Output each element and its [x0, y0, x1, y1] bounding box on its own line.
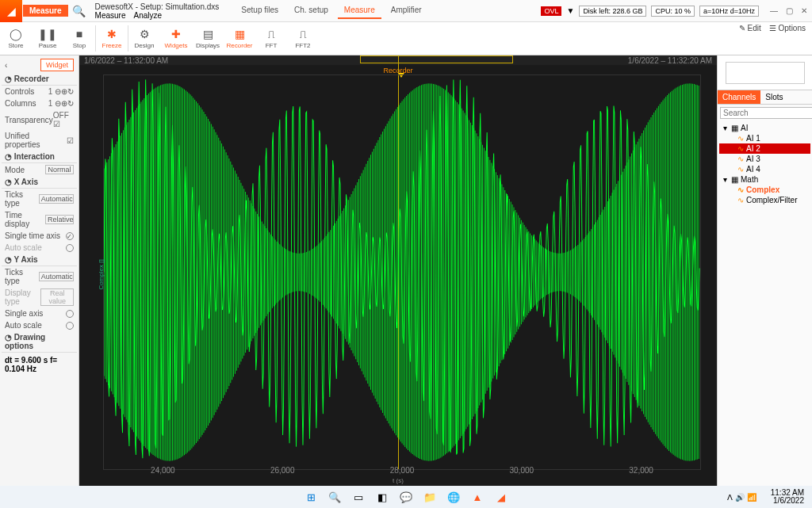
columns-row[interactable]: Columns1 ⊖⊕↻ — [2, 97, 77, 109]
fft2-button[interactable]: ⎍FFT2 — [287, 22, 319, 55]
taskbar[interactable]: ⊞ 🔍 ▭ ◧ 💬 📁 🌐 ▲ ◢ ᐱ 🔊 📶 11:32 AM1/6/2022 — [0, 486, 812, 508]
overview-selection[interactable] — [360, 55, 513, 63]
stop-icon: ■ — [76, 28, 82, 40]
disk-status: Disk left: 228.6 GB — [579, 6, 646, 17]
clock[interactable]: 11:32 AM1/6/2022 — [771, 489, 804, 505]
autoscale-y-row[interactable]: Auto scale — [2, 319, 77, 331]
plot-panel[interactable]: 1/6/2022 – 11:32:00 AM 1/6/2022 – 11:32:… — [79, 55, 717, 486]
fft-button[interactable]: ⎍FFT — [255, 22, 287, 55]
store-icon: ◯ — [10, 28, 22, 40]
dt-info: dt = 9.600 s f= 0.104 Hz — [2, 353, 77, 376]
widgets-icon: ✚ — [171, 28, 181, 40]
explorer-icon[interactable]: 📁 — [422, 489, 438, 505]
single-time-row[interactable]: Single time axis — [2, 230, 77, 242]
app2-icon[interactable]: ◢ — [493, 489, 509, 505]
waveform — [104, 75, 700, 469]
autoscale-x-row[interactable]: Auto scale — [2, 242, 77, 254]
right-panel: ChannelsSlots 🔍▾ ▾▦ AI∿ AI 1∿ AI 2∿ AI 3… — [717, 55, 812, 486]
recorder-button[interactable]: ▦Recorder — [224, 22, 255, 55]
xticks-row[interactable]: Ticks typeAutomatic — [2, 189, 77, 209]
chat-icon[interactable]: 💬 — [398, 489, 414, 505]
top-tab-amplifier[interactable]: Amplifier — [385, 2, 428, 19]
preview-box — [726, 62, 805, 84]
mode-measure-badge[interactable]: Measure — [23, 5, 68, 17]
mode-row[interactable]: ModeNormal — [2, 163, 77, 176]
plot-area[interactable] — [103, 74, 701, 470]
x-ticks: 24,00026,00028,00030,00032,000 — [103, 466, 701, 475]
minimize-button[interactable]: — — [770, 6, 778, 15]
xaxis-header: ◔ X Axis — [2, 176, 77, 189]
recorder-header: ◔ Recorder — [2, 73, 77, 86]
options-button[interactable]: ☰ Options — [769, 24, 806, 32]
design-button[interactable]: ⚙Design — [128, 22, 160, 55]
recorder-icon: ▦ — [235, 28, 245, 40]
rp-tab-slots[interactable]: Slots — [760, 90, 787, 104]
tree-ai-2[interactable]: ∿ AI 2 — [719, 143, 810, 154]
fft-icon: ⎍ — [268, 28, 274, 40]
close-button[interactable]: ✕ — [801, 6, 807, 15]
toolbar: ◯Store❚❚Pause■Stop✱Freeze⚙Design✚Widgets… — [0, 22, 812, 55]
taskbar-search-icon[interactable]: 🔍 — [327, 489, 343, 505]
display-type-row: Display typeReal value — [2, 287, 77, 307]
controls-row[interactable]: Controls1 ⊖⊕↻ — [2, 86, 77, 97]
tree-complex-filter[interactable]: ∿ Complex/Filter — [719, 195, 810, 205]
ovl-badge: OVL — [541, 6, 561, 16]
start-icon[interactable]: ⊞ — [303, 489, 319, 505]
channel-tabs: ChannelsSlots — [718, 90, 812, 105]
stop-button[interactable]: ■Stop — [63, 22, 95, 55]
top-tab-measure[interactable]: Measure — [338, 2, 381, 19]
channel-search-input[interactable] — [720, 107, 812, 119]
time-display-row[interactable]: Time displayRelative — [2, 209, 77, 230]
transparency-row[interactable]: TransparencyOFF ☑ — [2, 109, 77, 130]
displays-button[interactable]: ▤Displays — [192, 22, 224, 55]
yaxis-header: ◔ Y Axis — [2, 254, 77, 266]
search-icon[interactable]: 🔍 — [68, 0, 90, 22]
app-logo: ◢ — [0, 0, 22, 22]
tree-ai-4[interactable]: ∿ AI 4 — [719, 164, 810, 174]
top-tabs: Setup filesCh. setupMeasureAmplifier — [235, 2, 427, 19]
store-button[interactable]: ◯Store — [0, 22, 32, 55]
plot-time-right: 1/6/2022 – 11:32:20 AM — [628, 56, 712, 65]
unified-row[interactable]: Unified properties☑ — [2, 130, 77, 151]
pause-button[interactable]: ❚❚Pause — [32, 22, 63, 55]
tree-complex[interactable]: ∿ Complex — [719, 185, 810, 195]
top-tab-setup-files[interactable]: Setup files — [235, 2, 285, 19]
rp-tab-channels[interactable]: Channels — [718, 90, 760, 104]
interaction-header: ◔ Interaction — [2, 151, 77, 163]
design-icon: ⚙ — [140, 28, 150, 40]
tree-ai-1[interactable]: ∿ AI 1 — [719, 133, 810, 143]
fft2-icon: ⎍ — [300, 28, 306, 40]
displays-icon: ▤ — [203, 28, 213, 40]
edge-icon[interactable]: 🌐 — [446, 489, 462, 505]
top-tab-ch-setup[interactable]: Ch. setup — [288, 2, 335, 19]
task-view-icon[interactable]: ▭ — [350, 489, 366, 505]
tree-ai-3[interactable]: ∿ AI 3 — [719, 154, 810, 164]
widgets-icon[interactable]: ◧ — [374, 489, 390, 505]
maximize-button[interactable]: ▢ — [786, 6, 793, 15]
left-panel: ‹Widget ◔ Recorder Controls1 ⊖⊕↻ Columns… — [0, 55, 79, 486]
app-title: DewesoftX - Setup: Simultation.dxs — [95, 2, 220, 11]
channel-tree: ▾▦ AI∿ AI 1∿ AI 2∿ AI 3∿ AI 4▾▦ Math∿ Co… — [718, 121, 812, 207]
tray-icons[interactable]: ᐱ 🔊 📶 — [727, 493, 756, 502]
widget-tab[interactable]: Widget — [40, 59, 74, 71]
rate-status: a=10Hz d=10Hz — [699, 6, 759, 17]
tree-math[interactable]: ▾▦ Math — [719, 174, 810, 185]
widgets-button[interactable]: ✚Widgets — [160, 22, 192, 55]
freeze-button[interactable]: ✱Freeze — [96, 22, 128, 55]
yticks-row[interactable]: Ticks typeAutomatic — [2, 266, 77, 287]
app1-icon[interactable]: ▲ — [469, 489, 485, 505]
plot-time-left: 1/6/2022 – 11:32:00 AM — [84, 56, 168, 65]
tree-ai[interactable]: ▾▦ AI — [719, 123, 810, 133]
edit-button[interactable]: ✎ Edit — [739, 24, 761, 32]
freeze-icon: ✱ — [107, 28, 117, 40]
single-axis-row[interactable]: Single axis — [2, 307, 77, 319]
drawing-header: ◔ Drawing options — [2, 331, 77, 353]
cpu-status: CPU: 10 % — [651, 6, 695, 17]
y-label: Complex [] — [98, 259, 105, 289]
mode-measure[interactable]: Measure — [95, 11, 126, 20]
mode-analyze[interactable]: Analyze — [133, 11, 162, 20]
pause-icon: ❚❚ — [38, 28, 57, 40]
x-label: t (s) — [393, 477, 404, 484]
